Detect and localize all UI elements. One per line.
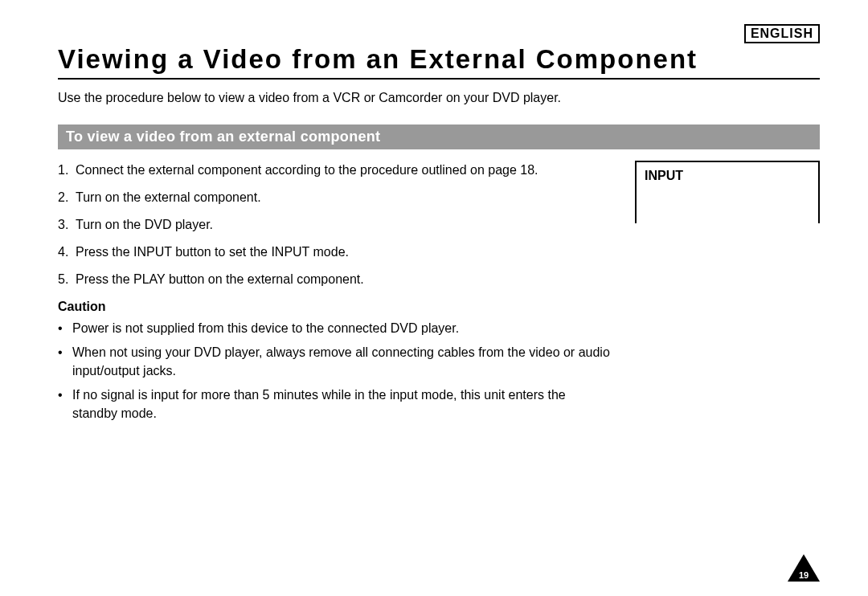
step-text: Press the INPUT button to set the INPUT … (76, 243, 349, 262)
intro-text: Use the procedure below to view a video … (58, 91, 820, 105)
step-item: 3. Turn on the DVD player. (58, 215, 612, 235)
step-item: 5. Press the PLAY button on the external… (58, 270, 612, 289)
language-badge: ENGLISH (744, 24, 820, 43)
page-number: 19 (788, 570, 820, 580)
caution-text: If no signal is input for more than 5 mi… (72, 386, 612, 423)
step-number: 1. (58, 161, 76, 180)
caution-text: Power is not supplied from this device t… (72, 320, 459, 337)
caution-item: • If no signal is input for more than 5 … (58, 386, 612, 423)
step-item: 4. Press the INPUT button to set the INP… (58, 243, 612, 262)
bullet-icon: • (58, 320, 72, 337)
step-number: 2. (58, 188, 76, 207)
section-heading-bar: To view a video from an external compone… (58, 125, 820, 149)
caution-item: • When not using your DVD player, always… (58, 344, 612, 380)
step-text: Connect the external component according… (76, 161, 538, 180)
page-title: Viewing a Video from an External Compone… (58, 44, 820, 80)
caution-item: • Power is not supplied from this device… (58, 320, 612, 337)
step-number: 4. (58, 243, 76, 262)
bullet-icon: • (58, 386, 72, 423)
step-item: 2. Turn on the external component. (58, 188, 612, 207)
step-number: 3. (58, 215, 76, 235)
bullet-icon: • (58, 344, 72, 380)
caution-text: When not using your DVD player, always r… (72, 344, 612, 380)
step-number: 5. (58, 270, 76, 289)
step-text: Turn on the external component. (76, 188, 261, 207)
caution-list: • Power is not supplied from this device… (58, 320, 612, 423)
manual-page: ENGLISH Viewing a Video from an External… (0, 0, 868, 596)
step-text: Turn on the DVD player. (76, 215, 213, 235)
step-text: Press the PLAY button on the external co… (76, 270, 364, 289)
input-callout-label: INPUT (635, 161, 820, 223)
caution-heading: Caution (58, 297, 612, 316)
input-callout-box: INPUT (635, 161, 820, 223)
page-number-marker: 19 (788, 554, 820, 582)
content-row: 1. Connect the external component accord… (58, 161, 820, 423)
steps-list: 1. Connect the external component accord… (58, 161, 612, 423)
step-item: 1. Connect the external component accord… (58, 161, 612, 180)
